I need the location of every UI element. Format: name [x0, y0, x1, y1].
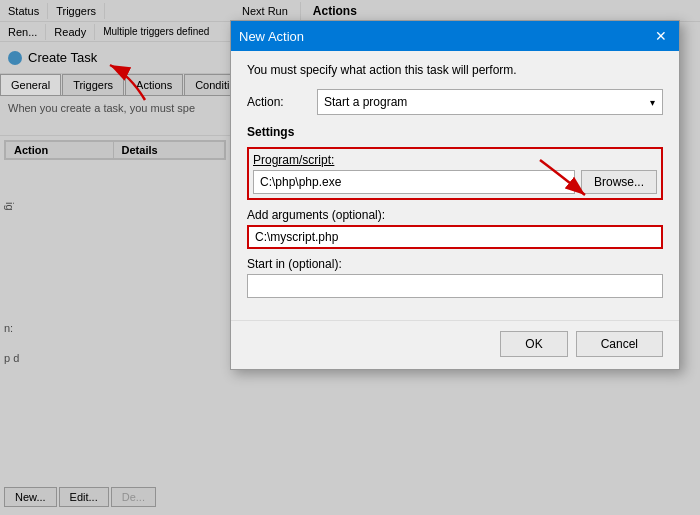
dialog-title: New Action: [239, 29, 304, 44]
settings-label: Settings: [247, 125, 663, 139]
action-select-wrapper: Start a program: [317, 89, 663, 115]
start-in-label: Start in (optional):: [247, 257, 663, 271]
start-in-group: Start in (optional):: [247, 257, 663, 298]
cancel-button[interactable]: Cancel: [576, 331, 663, 357]
ok-button[interactable]: OK: [500, 331, 567, 357]
add-arguments-input[interactable]: [247, 225, 663, 249]
dialog-body: You must specify what action this task w…: [231, 51, 679, 320]
dialog-description: You must specify what action this task w…: [247, 63, 663, 77]
dialog-title-bar: New Action ✕: [231, 21, 679, 51]
start-in-input[interactable]: [247, 274, 663, 298]
new-action-dialog: New Action ✕ You must specify what actio…: [230, 20, 680, 370]
add-arguments-label: Add arguments (optional):: [247, 208, 663, 222]
program-script-label: Program/script:: [253, 153, 657, 167]
action-label: Action:: [247, 95, 317, 109]
dialog-close-button[interactable]: ✕: [651, 26, 671, 46]
browse-button[interactable]: Browse...: [581, 170, 657, 194]
add-arguments-group: Add arguments (optional):: [247, 208, 663, 249]
program-script-row: Browse...: [253, 170, 657, 194]
program-script-input[interactable]: [253, 170, 575, 194]
settings-section: Settings Program/script: Browse... Add a…: [247, 125, 663, 298]
action-select[interactable]: Start a program: [317, 89, 663, 115]
action-row: Action: Start a program: [247, 89, 663, 115]
dialog-footer: OK Cancel: [231, 320, 679, 369]
program-script-box: Program/script: Browse...: [247, 147, 663, 200]
